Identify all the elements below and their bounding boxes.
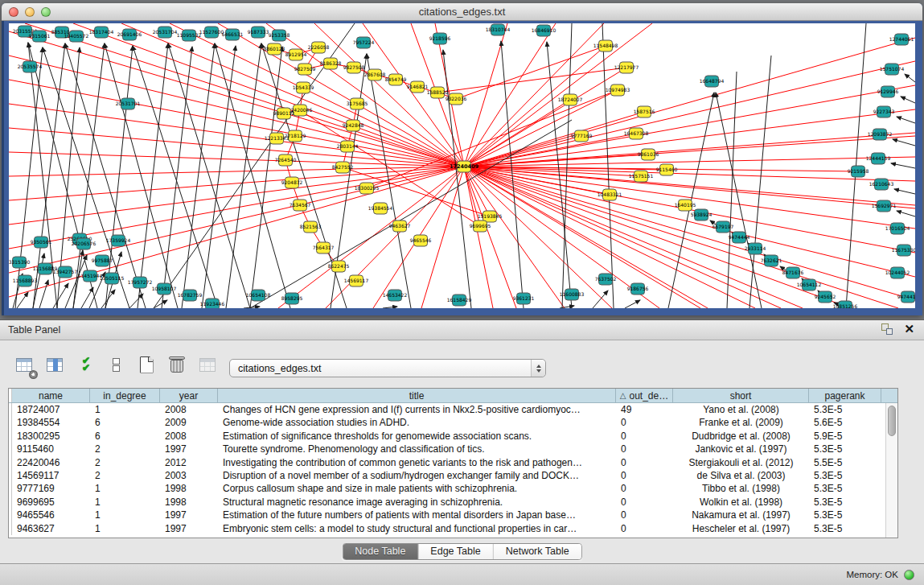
cell-name[interactable]: 19384554 — [12, 416, 90, 429]
cell-out_degree[interactable]: 0 — [616, 482, 673, 495]
cell-year[interactable]: 2009 — [160, 416, 218, 429]
cell-title[interactable]: Changes of HCN gene expression and I(f) … — [218, 403, 616, 416]
cell-in_degree[interactable]: 1 — [90, 496, 160, 509]
citation-edge-black[interactable] — [250, 47, 282, 308]
graph-node[interactable]: 9827508 — [343, 62, 365, 73]
graph-node[interactable]: 12213343 — [265, 133, 290, 144]
table-row[interactable]: 946362711997Embryonic stem cells: a mode… — [9, 522, 897, 535]
cell-title[interactable]: Estimation of the future numbers of pati… — [218, 509, 616, 521]
graph-node[interactable]: 16158429 — [447, 295, 472, 306]
graph-node[interactable]: 7957224 — [353, 37, 375, 48]
table-row[interactable]: 1456911722003Disruption of a novel membe… — [9, 469, 897, 482]
table-row[interactable]: 2242004622012Investigating the contribut… — [9, 456, 897, 469]
cell-out_degree[interactable]: 0 — [616, 469, 673, 482]
table-selector-dropdown[interactable]: citations_edges.txt — [229, 359, 546, 377]
graph-node[interactable]: 9227343 — [873, 106, 895, 117]
cell-in_degree[interactable]: 2 — [90, 469, 160, 482]
citation-edge-black[interactable] — [625, 300, 640, 308]
cell-name[interactable]: 22420046 — [12, 456, 90, 469]
graph-node[interactable]: 15751074 — [880, 64, 905, 75]
close-panel-icon[interactable]: ✕ — [904, 323, 914, 335]
graph-node[interactable]: 14569117 — [344, 275, 369, 286]
graph-node[interactable]: 9186756 — [627, 283, 649, 295]
graph-node[interactable]: 6466531 — [222, 29, 244, 40]
cell-out_degree[interactable]: 0 — [616, 416, 673, 429]
column-header-pagerank[interactable]: pagerank — [809, 389, 881, 402]
float-panel-icon[interactable] — [881, 323, 893, 335]
cell-year[interactable]: 1998 — [160, 482, 218, 495]
citation-graph[interactable]: 8860123891295422260589827509818632898275… — [9, 23, 915, 308]
graph-node[interactable]: 3315390 — [9, 257, 31, 268]
select-all-icon[interactable]: ✔✔ — [74, 353, 97, 376]
cell-short[interactable]: Dudbridge et al. (2008) — [673, 430, 809, 443]
cell-name[interactable]: 9465546 — [12, 509, 90, 521]
cell-title[interactable]: Estimation of significance thresholds fo… — [218, 430, 616, 443]
graph-node[interactable]: 9463627 — [389, 220, 411, 232]
cell-out_degree[interactable]: 49 — [616, 403, 673, 416]
citation-edge-black[interactable] — [105, 46, 133, 308]
cell-in_degree[interactable]: 1 — [90, 403, 160, 416]
graph-node[interactable]: 11095532 — [177, 30, 202, 41]
cell-name[interactable]: 9777169 — [12, 482, 90, 495]
citation-edge-black[interactable] — [129, 294, 143, 308]
graph-node[interactable]: 9777169 — [571, 130, 593, 142]
graph-node[interactable]: 12217977 — [614, 62, 639, 73]
cell-short[interactable]: Nakamura et al. (1997) — [673, 509, 809, 521]
graph-node[interactable]: 15692971 — [872, 200, 897, 212]
window-titlebar[interactable]: citations_edges.txt — [2, 3, 922, 21]
cell-out_degree[interactable]: 0 — [616, 509, 673, 521]
graph-node[interactable]: 9187333 — [248, 27, 269, 38]
graph-node[interactable]: 20535574 — [18, 61, 43, 72]
cell-title[interactable]: Embryonic stem cells: a model to study s… — [218, 522, 616, 535]
cell-out_degree[interactable]: 0 — [616, 522, 673, 535]
graph-node[interactable]: 20206576 — [72, 238, 97, 249]
citation-edge-red[interactable] — [456, 46, 606, 99]
cell-in_degree[interactable]: 6 — [90, 416, 160, 429]
cell-year[interactable]: 1997 — [160, 522, 218, 535]
graph-node[interactable]: 16210643 — [869, 179, 894, 190]
graph-node[interactable]: 2803144 — [337, 141, 359, 152]
cell-year[interactable]: 1998 — [160, 496, 218, 509]
cell-in_degree[interactable]: 6 — [90, 430, 160, 443]
table-row[interactable]: 1872400712008Changes of HCN gene express… — [9, 403, 897, 416]
cell-short[interactable]: Hescheler et al. (1997) — [673, 522, 809, 535]
cell-short[interactable]: Yano et al. (2008) — [673, 403, 809, 416]
citation-edge-black[interactable] — [226, 43, 261, 308]
graph-node[interactable]: 2933114 — [745, 243, 766, 254]
graph-node[interactable]: 9146821 — [407, 81, 429, 93]
graph-node[interactable]: 13942757 — [53, 266, 78, 278]
column-header-in_degree[interactable]: in_degree — [90, 389, 160, 402]
graph-node[interactable]: 18724007 — [558, 94, 583, 105]
citation-edge-black[interactable] — [154, 300, 167, 308]
cell-title[interactable]: Tourette syndrome. Phenomenology and cla… — [218, 443, 616, 455]
graph-node[interactable]: 20691406 — [117, 29, 142, 40]
citation-edge-black[interactable] — [65, 255, 87, 308]
graph-node[interactable]: 9253358 — [269, 30, 290, 41]
vertical-scrollbar[interactable] — [885, 403, 897, 538]
graph-node[interactable]: 20531704 — [153, 27, 178, 38]
cell-title[interactable]: Corpus callosum shape and size in male p… — [218, 482, 616, 495]
cell-pagerank[interactable]: 5.3E-5 — [809, 443, 881, 455]
cell-in_degree[interactable]: 1 — [90, 522, 160, 535]
citation-edge-black[interactable] — [73, 43, 105, 308]
graph-node[interactable]: 11923446 — [200, 299, 225, 308]
citation-edge-black[interactable] — [891, 163, 915, 168]
graph-node[interactable]: 11675330 — [892, 245, 915, 256]
graph-node[interactable]: 9129946 — [877, 86, 899, 97]
table-row[interactable]: 1938455462009Genome-wide association stu… — [9, 416, 897, 429]
graph-node[interactable]: 16648794 — [700, 76, 725, 87]
cell-year[interactable]: 2012 — [160, 456, 218, 469]
graph-node[interactable]: 9361231 — [513, 293, 535, 304]
column-header-year[interactable]: year — [160, 389, 218, 402]
graph-node[interactable]: 10958107 — [152, 283, 177, 295]
cell-short[interactable]: Stergiakouli et al. (2012) — [673, 456, 809, 469]
citation-edge-black[interactable] — [716, 93, 762, 308]
column-header-title[interactable]: title — [218, 389, 616, 402]
graph-node[interactable]: 17359924 — [106, 235, 131, 246]
citation-edge-red[interactable] — [464, 167, 700, 308]
cell-short[interactable]: Jankovic et al. (1997) — [673, 443, 809, 455]
graph-node[interactable]: 9322036 — [446, 93, 467, 105]
graph-node[interactable]: 7634567 — [290, 200, 311, 211]
graph-node[interactable]: 9474410 — [897, 291, 915, 303]
cell-year[interactable]: 2003 — [160, 469, 218, 482]
